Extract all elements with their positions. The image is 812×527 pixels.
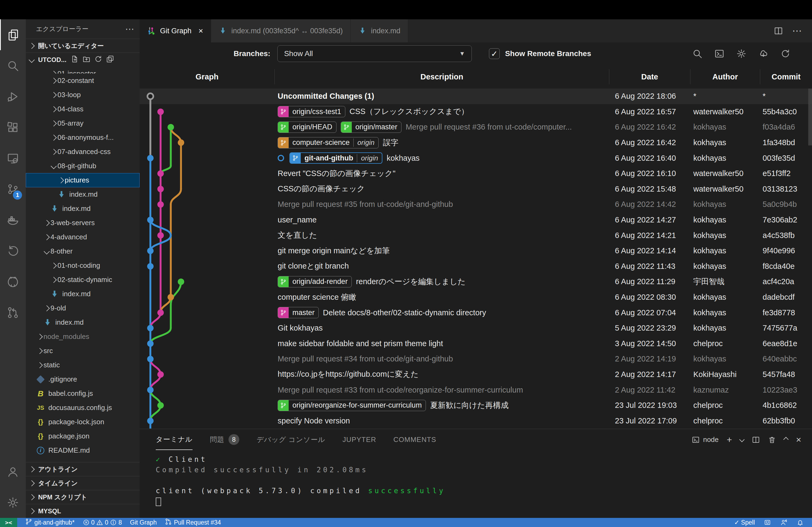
tree-item-package-lock-json[interactable]: {}package-lock.json — [26, 415, 140, 429]
tree-item-3-web-servers[interactable]: 3-web-servers — [26, 216, 140, 230]
tree-item-4-advanced[interactable]: 4-advanced — [26, 230, 140, 244]
branch-pill-git-and-github[interactable]: git-and-githuborigin — [289, 152, 382, 164]
cloud-download-icon[interactable] — [758, 48, 768, 59]
scrollbar-thumb[interactable] — [808, 89, 812, 146]
feedback-icon[interactable] — [780, 519, 787, 526]
tree-item-01-not-coding[interactable]: 01-not-coding — [26, 258, 140, 273]
project-section-header[interactable]: UTCOD... — [26, 52, 140, 66]
source-control-icon[interactable]: 1 — [0, 174, 26, 205]
tree-item-08-git-github[interactable]: 08-git-github — [26, 159, 140, 173]
close-panel-icon[interactable]: × — [796, 434, 801, 445]
search-icon[interactable] — [692, 48, 702, 59]
tree-item-src[interactable]: src — [26, 344, 140, 358]
tab-index.md[interactable]: index.md — [351, 19, 408, 42]
branch-pill-origin-head[interactable]: origin/HEAD — [278, 122, 336, 133]
tree-item-05-array[interactable]: 05-array — [26, 116, 140, 131]
tree-item-06-anonymous-f-[interactable]: 06-anonymous-f... — [26, 131, 140, 145]
tree-item-node-modules[interactable]: node_modules — [26, 330, 140, 344]
remote-explorer-icon[interactable] — [0, 143, 26, 174]
notifications-bell-icon[interactable] — [797, 519, 804, 526]
explorer-icon[interactable] — [0, 19, 26, 50]
branch-pill-origin-css-test1[interactable]: origin/css-test1 — [278, 106, 345, 117]
tree-item-pictures[interactable]: pictures — [26, 173, 140, 187]
run-debug-icon[interactable] — [0, 81, 26, 112]
tree-item-9-old[interactable]: 9-old — [26, 301, 140, 315]
new-folder-icon[interactable] — [83, 55, 90, 65]
sidebar-section-アウトライン[interactable]: アウトライン — [26, 462, 140, 476]
panel-tab-ターミナル[interactable]: ターミナル — [156, 429, 192, 450]
sidebar-section-タイムライン[interactable]: タイムライン — [26, 476, 140, 490]
refresh-icon[interactable] — [780, 48, 791, 59]
commit-description: masterDelete docs/8-other/02-static-dyna… — [274, 307, 609, 318]
git-graph-status-item[interactable]: Git Graph — [130, 519, 157, 526]
search-icon[interactable] — [0, 50, 26, 81]
tree-item-static[interactable]: static — [26, 358, 140, 372]
docker-icon[interactable] — [0, 205, 26, 235]
new-terminal-icon[interactable]: + — [727, 434, 732, 445]
remote-indicator[interactable]: >< — [0, 518, 17, 527]
commit-date: 6 Aug 2022 16:42 — [609, 123, 690, 132]
gear-icon[interactable] — [736, 48, 746, 59]
tree-item-01-inspector[interactable]: 01-inspector — [26, 66, 140, 74]
chevron-up-icon[interactable] — [783, 437, 789, 442]
open-editors-section[interactable]: 開いているエディター — [26, 39, 140, 52]
chevron-down-icon[interactable] — [739, 437, 744, 442]
branch-pill-origin-reorganize-for-summer-curriculum[interactable]: origin/reorganize-for-summer-curriculum — [278, 400, 426, 411]
tree-item-02-static-dynamic[interactable]: 02-static-dynamic — [26, 273, 140, 287]
split-terminal-icon[interactable] — [752, 436, 760, 443]
tree-item-07-advanced-css[interactable]: 07-advanced-css — [26, 145, 140, 159]
tree-item-index-md[interactable]: index.md — [26, 201, 140, 216]
history-icon[interactable] — [0, 235, 26, 266]
trash-icon[interactable] — [768, 436, 776, 443]
tree-item-04-class[interactable]: 04-class — [26, 102, 140, 116]
settings-icon[interactable] — [0, 487, 26, 518]
branch-pill-origin-add-render[interactable]: origin/add-render — [278, 276, 352, 287]
branch-pill-master[interactable]: master — [278, 307, 319, 318]
problems-status-item[interactable]: 008 — [83, 519, 122, 526]
tab-index.md[interactable]: index.md (003fe35d^ ↔ 003fe35d) — [211, 19, 351, 42]
tree-item--gitignore[interactable]: .gitignore — [26, 372, 140, 387]
tree-item-02-constant[interactable]: 02-constant — [26, 74, 140, 88]
commit-author: kokhayas — [690, 246, 760, 255]
account-icon[interactable] — [0, 456, 26, 487]
panel-tab-COMMENTS[interactable]: COMMENTS — [393, 429, 436, 450]
commit-hash: 6eae8d1e — [760, 339, 812, 348]
terminal-output[interactable]: ✓ ClientCompiled successfully in 202.08m… — [140, 450, 812, 507]
terminal-icon[interactable] — [714, 48, 724, 59]
tree-item-8-other[interactable]: 8-other — [26, 244, 140, 258]
collapse-all-icon[interactable] — [106, 55, 114, 65]
refresh-small-icon[interactable] — [94, 55, 102, 65]
github-icon[interactable] — [0, 266, 26, 297]
tree-item-docusaurus-config-js[interactable]: JSdocusaurus.config.js — [26, 401, 140, 415]
shell-selector[interactable]: node — [692, 436, 719, 444]
tree-item-readme-md[interactable]: iREADME.md — [26, 443, 140, 457]
branch-pill-origin-master[interactable]: origin/master — [341, 122, 402, 133]
more-actions-icon[interactable]: ⋯ — [792, 25, 802, 36]
new-file-icon[interactable] — [71, 55, 79, 65]
tree-item-index-md[interactable]: index.md — [26, 187, 140, 201]
tree-item-index-md[interactable]: index.md — [26, 287, 140, 301]
tree-item-package-json[interactable]: {}package.json — [26, 429, 140, 443]
panel-tab-JUPYTER[interactable]: JUPYTER — [343, 429, 376, 450]
panel-tab-問題[interactable]: 問題8 — [210, 429, 239, 450]
tree-item-index-md[interactable]: index.md — [26, 315, 140, 330]
close-icon[interactable]: × — [199, 26, 203, 35]
extension-status-icon[interactable] — [764, 519, 771, 526]
sidebar-more-icon[interactable]: ⋯ — [125, 24, 134, 34]
problem-count: 0 — [105, 519, 108, 526]
tab-git[interactable]: Git Graph× — [140, 19, 211, 42]
branch-status-item[interactable]: git-and-github* — [25, 518, 75, 527]
panel-tab-デバッグ コンソール[interactable]: デバッグ コンソール — [257, 429, 325, 450]
sidebar-section-MYSQL[interactable]: MYSQL — [26, 504, 140, 518]
sidebar-section-NPM スクリプト[interactable]: NPM スクリプト — [26, 490, 140, 504]
show-remote-branches-checkbox[interactable]: ✓ — [489, 48, 500, 59]
branches-dropdown[interactable]: Show All ▼ — [277, 45, 472, 62]
branch-pill-computer-science[interactable]: computer-scienceorigin — [278, 137, 379, 148]
spell-check-status-item[interactable]: ✓ Spell — [734, 519, 755, 526]
split-editor-icon[interactable] — [774, 26, 783, 35]
tree-item-babel-config-js[interactable]: Bbabel.config.js — [26, 387, 140, 401]
pull-request-status-item[interactable]: Pull Request #34 — [165, 518, 221, 527]
extensions-icon[interactable] — [0, 112, 26, 143]
pull-requests-icon[interactable] — [0, 297, 26, 328]
tree-item-03-loop[interactable]: 03-loop — [26, 88, 140, 102]
